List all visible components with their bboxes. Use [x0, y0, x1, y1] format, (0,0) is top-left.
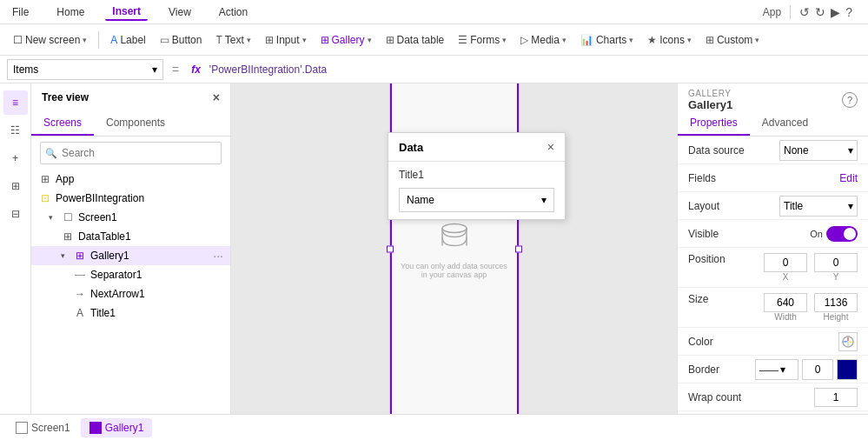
button-button[interactable]: ▭ Button [154, 31, 209, 49]
data-panel: Data × Title1 Name ▾ [388, 132, 566, 220]
toggle-knob [844, 228, 856, 240]
redo-icon[interactable]: ↻ [815, 5, 825, 19]
new-screen-button[interactable]: ☐ New screen ▾ [7, 31, 93, 49]
icon-bar-add[interactable]: + [3, 146, 28, 170]
icon-bar-insert[interactable]: ☷ [3, 118, 28, 143]
forms-button[interactable]: ☰ Forms ▾ [452, 31, 513, 49]
text-button[interactable]: T Text ▾ [209, 31, 256, 49]
prop-wrap-count: Wrap count [678, 383, 868, 411]
menu-home[interactable]: Home [50, 4, 91, 20]
data-table-button[interactable]: ⊞ Data table [380, 31, 451, 49]
icon-bar-tree[interactable]: ≡ [3, 90, 28, 115]
tree-item-app[interactable]: ⊞ App [31, 170, 230, 189]
icons-chevron: ▾ [687, 36, 692, 44]
data-panel-close-icon[interactable]: × [547, 140, 554, 154]
menu-action[interactable]: Action [212, 4, 255, 20]
media-button[interactable]: ▷ Media ▾ [514, 31, 573, 49]
menu-insert[interactable]: Insert [105, 3, 148, 21]
icon-bar-var[interactable]: ⊟ [3, 202, 28, 226]
undo-icon[interactable]: ↺ [799, 5, 810, 19]
input-chevron: ▾ [302, 36, 307, 44]
tree-view-close-icon[interactable]: × [213, 90, 220, 104]
charts-chevron: ▾ [629, 36, 633, 44]
tree-item-nextarrow1[interactable]: → NextArrow1 [31, 284, 230, 303]
tree-view-panel: Tree view × Screens Components 🔍 ⊞ App ⊡… [31, 83, 231, 414]
tree-item-title1[interactable]: A Title1 [31, 303, 230, 323]
wrap-count-label: Wrap count [688, 391, 814, 403]
bottom-tab-screen1[interactable]: Screen1 [7, 418, 79, 437]
position-y-item: Y [814, 253, 858, 282]
border-width-input[interactable] [802, 359, 833, 380]
color-picker-icon[interactable] [838, 332, 858, 351]
color-picker-svg [841, 335, 855, 349]
layout-select[interactable]: Title ▾ [779, 196, 858, 217]
tree-item-powerbi[interactable]: ⊡ PowerBIIntegration [31, 189, 230, 208]
panel-tabs: Properties Advanced [678, 111, 868, 137]
border-color-swatch[interactable] [837, 359, 858, 380]
wrap-count-input[interactable] [814, 388, 858, 407]
size-inputs: Width Height [764, 293, 858, 322]
position-y-input[interactable] [814, 253, 858, 272]
icon-bar-data[interactable]: ⊞ [3, 174, 28, 198]
gallery-button[interactable]: ⊞ Gallery ▾ [315, 31, 378, 49]
search-input[interactable] [40, 142, 222, 164]
panel-help-icon[interactable]: ? [842, 92, 858, 108]
app-icon: ⊞ [38, 172, 52, 186]
layout-label: Layout [688, 200, 779, 212]
bottom-tab-gallery1[interactable]: Gallery1 [81, 418, 153, 437]
forms-icon: ☰ [458, 34, 467, 46]
icons-button[interactable]: ★ Icons ▾ [641, 31, 698, 49]
tree-item-separator1[interactable]: — Separator1 [31, 265, 230, 284]
handle-middle-right[interactable] [515, 245, 522, 252]
position-inputs: X Y [764, 253, 858, 282]
data-source-select[interactable]: None ▾ [779, 140, 858, 161]
custom-button[interactable]: ⊞ Custom ▾ [699, 31, 765, 49]
custom-chevron: ▾ [755, 36, 759, 44]
tree-item-gallery1[interactable]: ▾ ⊞ Gallery1 ··· [31, 246, 230, 265]
label-button[interactable]: A Label [104, 31, 151, 49]
search-container: 🔍 [31, 137, 230, 170]
tab-advanced[interactable]: Advanced [750, 111, 820, 136]
screen-icon: ☐ [61, 210, 75, 224]
formula-input[interactable] [209, 63, 861, 76]
menu-view[interactable]: View [162, 4, 198, 20]
powerbi-icon: ⊡ [38, 191, 52, 205]
size-height-input[interactable] [814, 293, 858, 312]
input-button[interactable]: ⊞ Input ▾ [259, 31, 313, 49]
prop-fields: Fields Edit [678, 164, 868, 192]
border-style-select[interactable]: —— ▾ [755, 359, 798, 380]
handle-middle-left[interactable] [387, 245, 394, 252]
size-width-input[interactable] [764, 293, 807, 312]
media-icon: ▷ [520, 34, 528, 46]
data-panel-title: Data [399, 141, 423, 154]
position-x-input[interactable] [764, 253, 807, 272]
charts-icon: 📊 [580, 34, 593, 46]
text-icon: T [215, 34, 222, 46]
gallery-icon: ⊞ [321, 34, 329, 46]
fields-edit-link[interactable]: Edit [839, 172, 858, 184]
formula-dropdown[interactable]: Items ▾ [7, 59, 163, 80]
screen1-chevron: ▾ [49, 213, 57, 222]
tree-item-datatable1[interactable]: ⊞ DataTable1 [31, 227, 230, 246]
layout-chevron: ▾ [848, 200, 853, 212]
data-table-icon: ⊞ [386, 34, 394, 46]
fx-symbol: fx [188, 63, 204, 76]
tab-components[interactable]: Components [94, 111, 177, 136]
new-screen-icon: ☐ [13, 34, 23, 46]
border-controls: —— ▾ [755, 359, 858, 380]
tab-screens[interactable]: Screens [31, 111, 94, 136]
help-icon[interactable]: ? [845, 5, 852, 19]
tab-properties[interactable]: Properties [678, 111, 750, 136]
media-chevron: ▾ [562, 36, 567, 44]
text-chevron: ▾ [247, 36, 251, 44]
data-panel-name-select[interactable]: Name ▾ [399, 188, 554, 212]
play-icon[interactable]: ▶ [831, 5, 840, 19]
icon-bar: ≡ ☷ + ⊞ ⊟ [0, 83, 31, 414]
formula-bar: Items ▾ = fx [0, 56, 868, 83]
charts-button[interactable]: 📊 Charts ▾ [574, 31, 639, 49]
tree-item-screen1[interactable]: ▾ ☐ Screen1 [31, 208, 230, 227]
app-bar-right: App ↺ ↻ ▶ ? [752, 5, 863, 19]
menu-file[interactable]: File [5, 4, 36, 20]
gallery1-menu-icon[interactable]: ··· [213, 249, 223, 263]
visible-toggle[interactable] [826, 226, 858, 242]
